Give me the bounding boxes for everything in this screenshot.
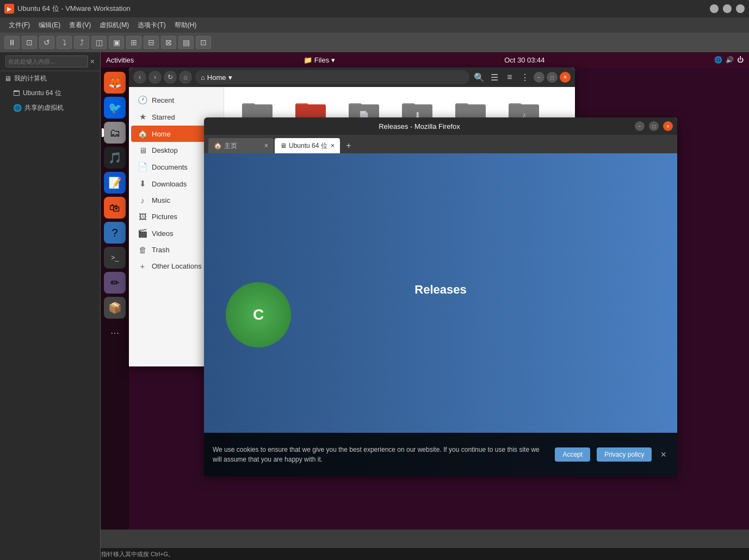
home-icon: ⌂	[201, 73, 205, 82]
writer-icon: 📝	[108, 176, 122, 189]
vm-sidebar-close[interactable]: ×	[90, 57, 95, 66]
files-maximize-button[interactable]: □	[547, 72, 558, 83]
apps-grid-icon: ⋯	[110, 328, 119, 338]
power-icon: ⏻	[737, 56, 744, 64]
menu-view[interactable]: 查看(V)	[65, 18, 95, 32]
opencv-logo: C	[226, 282, 291, 347]
trash-icon: 🗑	[138, 245, 147, 254]
vm-sidebar: × 🖥 我的计算机 🗔 Ubuntu 64 位 🌐 共享的虚拟机	[0, 52, 101, 560]
ff-tab-ubuntu[interactable]: 🖥 Ubuntu 64 位 ×	[275, 138, 340, 153]
editor-icon: ✏	[110, 276, 120, 289]
dock-appstore[interactable]: 🛍	[104, 197, 126, 219]
terminal-icon: >_	[111, 254, 119, 262]
ff-close-button[interactable]: ×	[663, 121, 673, 131]
vmware-close-button[interactable]: ×	[736, 4, 745, 13]
cookie-text: We use cookies to ensure that we give yo…	[213, 445, 548, 464]
volume-icon: 🔊	[726, 56, 734, 64]
toolbar-btn5[interactable]: ⤴	[74, 36, 89, 49]
location-text: Home	[207, 73, 226, 82]
vmware-title: Ubuntu 64 位 - VMware Workstation	[17, 4, 710, 14]
dock-apps-grid[interactable]: ⋯	[104, 322, 126, 344]
files-close-button[interactable]: ×	[560, 72, 571, 83]
files-reload-button[interactable]: ↻	[164, 71, 177, 84]
vmware-icon: ▶	[4, 4, 14, 14]
toolbar-btn6[interactable]: ◫	[91, 36, 107, 49]
files-header-right: 🔍 ☰ ≡ ⋮ − □ ×	[473, 71, 571, 84]
firefox-tabs-bar: 🏠 主页 × 🖥 Ubuntu 64 位 × +	[204, 135, 677, 153]
toolbar-btn9[interactable]: ⊟	[144, 36, 159, 49]
cookie-close-button[interactable]: ×	[658, 447, 668, 463]
home-tab-icon: 🏠	[214, 142, 222, 150]
files-home-button[interactable]: ⌂	[179, 71, 192, 84]
clock-display: Oct 30 03:44	[504, 56, 544, 64]
dock-thunderbird[interactable]: 🐦	[104, 97, 126, 119]
ff-maximize-button[interactable]: □	[649, 121, 659, 131]
help-icon: ?	[112, 227, 117, 239]
menu-edit[interactable]: 编辑(E)	[34, 18, 65, 32]
files-forward-button[interactable]: ›	[148, 71, 162, 84]
dock-writer[interactable]: 📝	[104, 172, 126, 194]
appstore-icon: 🛍	[109, 202, 120, 214]
shared-icon: 🌐	[13, 104, 22, 112]
toolbar-btn11[interactable]: ▤	[178, 36, 194, 49]
toolbar-btn3[interactable]: ↺	[39, 36, 54, 49]
toolbar-btn4[interactable]: ⤵	[57, 36, 72, 49]
vm-search-input[interactable]	[5, 55, 88, 67]
menu-tabs[interactable]: 选项卡(T)	[133, 18, 170, 32]
vm-icon: 🗔	[13, 89, 20, 97]
files-location-bar[interactable]: ⌂ Home ▾	[195, 70, 469, 84]
vm-tree-shared[interactable]: 🌐 共享的虚拟机	[0, 101, 100, 115]
toolbar-pause-button[interactable]: ⏸	[4, 36, 20, 49]
ff-tab-home[interactable]: 🏠 主页 ×	[208, 138, 274, 153]
toolbar-btn8[interactable]: ⊞	[126, 36, 141, 49]
toolbar-btn7[interactable]: ▣	[109, 36, 124, 49]
dock-terminal[interactable]: >_	[104, 247, 126, 269]
vmware-minimize-button[interactable]: −	[710, 4, 719, 13]
vmware-toolbar: ⏸ ⊡ ↺ ⤵ ⤴ ◫ ▣ ⊞ ⊟ ⊠ ▤ ⊡	[0, 33, 749, 52]
music-nav-icon: ♪	[138, 196, 147, 205]
toolbar-btn10[interactable]: ⊠	[161, 36, 176, 49]
ff-tab-ubuntu-close[interactable]: ×	[331, 142, 335, 150]
toolbar-btn12[interactable]: ⊡	[196, 36, 211, 49]
archiver-icon: 📦	[108, 301, 122, 314]
pictures-icon: 🖼	[138, 212, 147, 221]
firefox-icon: 🦊	[108, 76, 122, 89]
files-view-options[interactable]: ☰	[488, 71, 501, 84]
files-menu-button[interactable]: ⋮	[518, 71, 531, 84]
dock-firefox[interactable]: 🦊	[104, 72, 126, 94]
files-nav-controls: ‹ › ↻ ⌂	[133, 71, 192, 84]
vm-tree-my-computer[interactable]: 🖥 我的计算机	[0, 71, 100, 86]
ubuntu-tab-icon: 🖥	[280, 142, 287, 150]
ff-minimize-button[interactable]: −	[635, 121, 645, 131]
dock-editor[interactable]: ✏	[104, 272, 126, 294]
dock-archiver[interactable]: 📦	[104, 297, 126, 319]
vm-tree-ubuntu64[interactable]: 🗔 Ubuntu 64 位	[0, 86, 100, 101]
files-search-button[interactable]: 🔍	[473, 71, 486, 84]
files-header-bar: ‹ › ↻ ⌂ ⌂ Home ▾ 🔍 ☰ ≡ ⋮ − □ ×	[129, 67, 575, 87]
files-sort-button[interactable]: ≡	[503, 71, 516, 84]
cookie-accept-button[interactable]: Accept	[555, 447, 590, 462]
menu-vm[interactable]: 虚拟机(M)	[95, 18, 133, 32]
ff-tab-home-close[interactable]: ×	[264, 142, 268, 150]
system-tray: 🌐 🔊 ⏻	[714, 56, 744, 64]
cookie-privacy-button[interactable]: Privacy policy	[597, 447, 652, 462]
activities-button[interactable]: Activities	[106, 56, 134, 64]
files-minimize-button[interactable]: −	[534, 72, 544, 83]
ff-new-tab-button[interactable]: +	[341, 138, 356, 153]
dock-help[interactable]: ?	[104, 222, 126, 244]
toolbar-btn2[interactable]: ⊡	[22, 36, 37, 49]
files-menu[interactable]: 📁 Files ▾	[304, 56, 335, 64]
menu-file[interactable]: 文件(F)	[4, 18, 34, 32]
network-icon: 🌐	[714, 56, 722, 64]
vmware-titlebar: ▶ Ubuntu 64 位 - VMware Workstation − □ ×	[0, 0, 749, 17]
sidebar-item-recent[interactable]: 🕐 Recent	[131, 92, 221, 108]
plus-icon: +	[138, 262, 147, 271]
recent-icon: 🕐	[138, 95, 147, 105]
dock-rhythmbox[interactable]: 🎵	[104, 147, 126, 169]
documents-icon: 📄	[138, 162, 147, 172]
page-releases-title: Releases	[414, 283, 466, 297]
menu-help[interactable]: 帮助(H)	[170, 18, 201, 32]
files-back-button[interactable]: ‹	[133, 71, 146, 84]
vmware-maximize-button[interactable]: □	[723, 4, 732, 13]
dock-files[interactable]: 🗂	[104, 122, 126, 144]
